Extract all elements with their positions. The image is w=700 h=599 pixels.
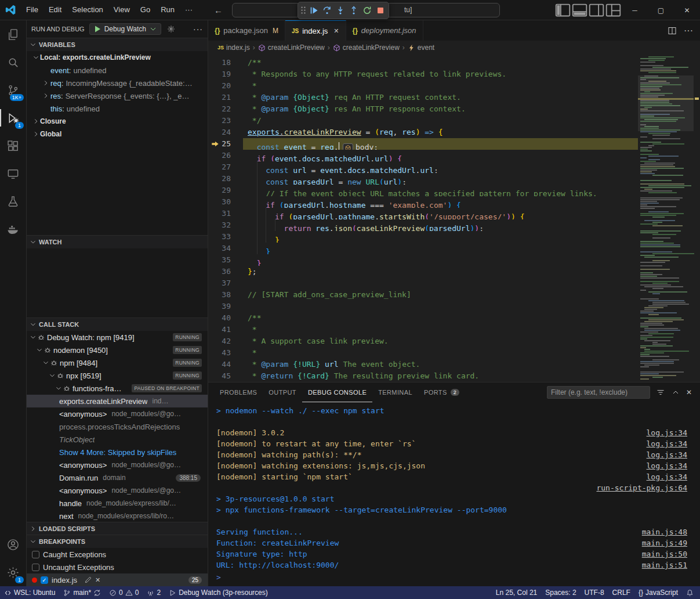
- step-over-button[interactable]: [320, 3, 333, 17]
- breakpoint-row[interactable]: ✓index.js✕25: [27, 573, 208, 586]
- minimize-button[interactable]: ─: [622, 0, 648, 20]
- line-number-gutter[interactable]: 41: [208, 324, 243, 335]
- eol-indicator[interactable]: CRLF: [608, 586, 634, 599]
- line-number-gutter[interactable]: 35: [208, 254, 243, 266]
- panel-tab-debug-console[interactable]: DEBUG CONSOLE: [302, 383, 372, 402]
- line-number-gutter[interactable]: 38: [208, 289, 243, 301]
- code-line[interactable]: 40/**: [208, 312, 700, 324]
- code-line[interactable]: 44 * @param {!URL} url The event object.: [208, 359, 700, 370]
- line-number-gutter[interactable]: 23: [208, 115, 243, 127]
- breakpoint-row[interactable]: Uncaught Exceptions: [27, 561, 208, 573]
- line-number-gutter[interactable]: 31: [208, 208, 243, 219]
- breakpoints-header[interactable]: BREAKPOINTS: [27, 535, 208, 548]
- code-line[interactable]: 37: [208, 277, 700, 289]
- variables-scope[interactable]: Closure: [27, 115, 208, 128]
- code-line[interactable]: 20 *: [208, 80, 700, 92]
- activity-item-accounts[interactable]: [0, 531, 26, 558]
- menu-edit[interactable]: Edit: [43, 3, 67, 17]
- callstack-frame[interactable]: <anonymous>node_modules/@go…: [27, 407, 208, 420]
- line-number-gutter[interactable]: 39: [208, 301, 243, 312]
- console-filter-input[interactable]: [547, 386, 650, 399]
- filter-icon[interactable]: [656, 388, 665, 397]
- panel-tab-ports[interactable]: PORTS2: [418, 383, 465, 402]
- variables-header[interactable]: VARIABLES: [27, 38, 208, 51]
- menu-file[interactable]: File: [21, 3, 43, 17]
- menu-go[interactable]: Go: [135, 3, 155, 17]
- code-line[interactable]: 41 *: [208, 324, 700, 335]
- source-link[interactable]: log.js:34: [647, 438, 700, 449]
- ports-indicator[interactable]: 2: [143, 586, 165, 599]
- callstack-session[interactable]: npm [9484]RUNNING: [27, 356, 208, 369]
- launch-config-dropdown[interactable]: Debug Watch: [89, 23, 161, 35]
- code-line[interactable]: 21 * @param {Object} req An HTTP request…: [208, 92, 700, 103]
- line-number-gutter[interactable]: 30: [208, 196, 243, 208]
- debug-console[interactable]: > nodemon --watch ./ --exec npm start[no…: [208, 402, 700, 586]
- language-indicator[interactable]: {} JavaScript: [634, 586, 682, 599]
- code-line[interactable]: 39: [208, 301, 700, 312]
- line-number-gutter[interactable]: 28: [208, 173, 243, 185]
- code-editor[interactable]: 1718/**19 * Responds to any HTTP request…: [208, 55, 700, 382]
- code-line[interactable]: 23 */: [208, 115, 700, 127]
- menu-selection[interactable]: Selection: [67, 3, 108, 17]
- code-line[interactable]: 36};: [208, 266, 700, 277]
- continue-button[interactable]: [307, 3, 320, 17]
- encoding-indicator[interactable]: UTF-8: [581, 586, 608, 599]
- close-icon[interactable]: ✕: [333, 27, 339, 35]
- source-link[interactable]: log.js:34: [647, 471, 700, 482]
- callstack-session[interactable]: functions-fra…PAUSED ON BREAKPOINT: [27, 382, 208, 395]
- variables-scope[interactable]: Local: exports.createLinkPreview: [27, 51, 208, 64]
- code-line[interactable]: 18/**: [208, 57, 700, 68]
- step-out-button[interactable]: [347, 3, 360, 17]
- restart-button[interactable]: [360, 3, 373, 17]
- maximize-button[interactable]: ▢: [648, 0, 674, 20]
- source-link[interactable]: main.js:50: [642, 549, 700, 560]
- callstack-frame[interactable]: nextnode_modules/express/lib/ro…: [27, 510, 208, 522]
- activity-item-remote-explorer[interactable]: [0, 160, 26, 187]
- start-debugging-icon[interactable]: [93, 24, 102, 34]
- callstack-session[interactable]: Debug Watch: npm [9419]RUNNING: [27, 331, 208, 344]
- activity-item-docker[interactable]: [0, 215, 26, 243]
- checkbox[interactable]: [32, 551, 39, 558]
- activity-item-source-control[interactable]: 1K+: [0, 76, 26, 104]
- variables-scope[interactable]: Global: [27, 128, 208, 140]
- suggestion-symbol-icon[interactable]: [343, 143, 353, 150]
- activity-item-settings[interactable]: 1: [0, 558, 26, 586]
- callstack-frame[interactable]: process.processTicksAndRejections: [27, 420, 208, 433]
- code-line[interactable]: 34}: [208, 243, 700, 254]
- variable-row[interactable]: req:IncomingMessage {_readableState:…: [27, 77, 208, 89]
- minimap-slider[interactable]: [638, 75, 694, 131]
- loaded-scripts-header[interactable]: LOADED SCRIPTS: [27, 522, 208, 535]
- code-line[interactable]: 28const parsedUrl = new URL(url);: [208, 173, 700, 185]
- line-number-gutter[interactable]: 20: [208, 80, 243, 92]
- line-number-gutter[interactable]: 19: [208, 68, 243, 80]
- source-link[interactable]: log.js:34: [647, 460, 700, 471]
- problems-indicator[interactable]: 0 0: [105, 586, 143, 599]
- menu-run[interactable]: Run: [155, 3, 180, 17]
- source-link[interactable]: run-script-pkg.js:64: [596, 482, 700, 493]
- panel-tab-terminal[interactable]: TERMINAL: [372, 383, 418, 402]
- code-line[interactable]: 35}: [208, 254, 700, 266]
- activity-item-testing[interactable]: [0, 187, 26, 215]
- breadcrumb-item[interactable]: event: [408, 44, 434, 52]
- tab-package.json[interactable]: {}package.jsonM: [208, 20, 285, 41]
- callstack-frame[interactable]: handlenode_modules/express/lib/…: [27, 497, 208, 510]
- menu-view[interactable]: View: [108, 3, 135, 17]
- line-number-gutter[interactable]: 42: [208, 335, 243, 347]
- back-arrow-icon[interactable]: ←: [214, 5, 223, 15]
- code-line[interactable]: 45 * @return {!Card} The resulting previ…: [208, 370, 700, 382]
- step-into-button[interactable]: [333, 3, 347, 17]
- line-number-gutter[interactable]: 37: [208, 277, 243, 289]
- debug-session-indicator[interactable]: Debug Watch (3p-resources): [165, 586, 272, 599]
- panel-tab-output[interactable]: OUTPUT: [263, 383, 302, 402]
- line-number-gutter[interactable]: 36: [208, 266, 243, 277]
- watch-header[interactable]: WATCH: [27, 236, 208, 248]
- menu-overflow[interactable]: ···: [180, 3, 198, 17]
- debug-settings-gear-icon[interactable]: [167, 25, 175, 33]
- close-button[interactable]: ✕: [674, 0, 700, 20]
- breakpoint-row[interactable]: Caught Exceptions: [27, 548, 208, 561]
- activity-item-search[interactable]: [0, 48, 26, 76]
- line-number-gutter[interactable]: 25: [208, 138, 243, 150]
- remote-indicator[interactable]: WSL: Ubuntu: [0, 586, 59, 599]
- cursor-position[interactable]: Ln 25, Col 21: [492, 586, 541, 599]
- callstack-session[interactable]: npx [9519]RUNNING: [27, 369, 208, 382]
